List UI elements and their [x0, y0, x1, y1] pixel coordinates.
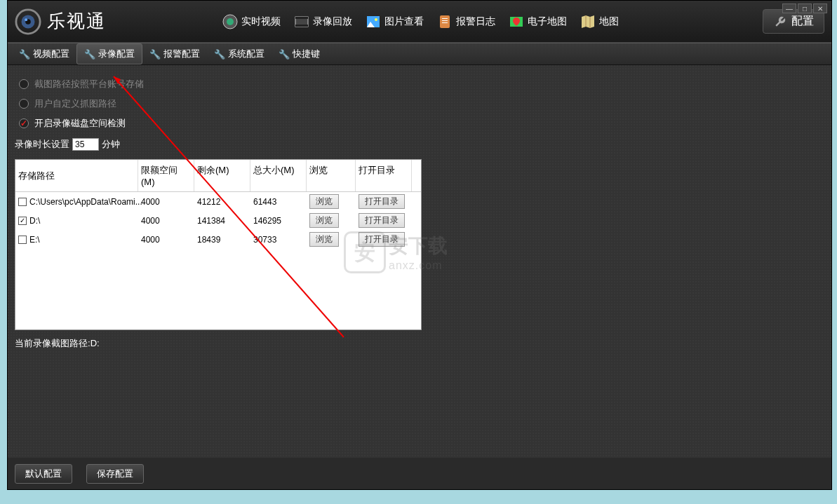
- cell-path: D:\: [29, 216, 40, 226]
- nav-map[interactable]: 地图: [574, 11, 624, 33]
- subnav-hotkeys[interactable]: 🔧快捷键: [272, 44, 327, 64]
- config-label: 配置: [791, 14, 814, 29]
- nav-realtime-video[interactable]: 实时视频: [216, 11, 286, 33]
- tool-icon: 🔧: [279, 49, 290, 60]
- th-path: 存储路径: [15, 160, 138, 191]
- svg-rect-12: [440, 15, 450, 28]
- film-icon: [293, 13, 310, 30]
- open-folder-button[interactable]: 打开目录: [359, 213, 405, 228]
- nav-label: 地图: [599, 15, 619, 28]
- tool-icon: 🔧: [149, 49, 161, 60]
- checkbox-disk-check[interactable]: [19, 118, 29, 128]
- titlebar: 乐视通 实时视频 录像回放 图片查看 报警日志 电子地图: [8, 1, 831, 43]
- duration-row: 录像时长设置 分钟: [15, 138, 824, 151]
- th-browse: 浏览: [307, 160, 356, 191]
- checkbox-screenshot-account[interactable]: [19, 79, 29, 89]
- row-checkbox[interactable]: [18, 198, 27, 206]
- table-header: 存储路径 限额空间(M) 剩余(M) 总大小(M) 浏览 打开目录: [15, 160, 421, 192]
- content-panel: 截图路径按照平台账号存储 用户自定义抓图路径 开启录像磁盘空间检测 录像时长设置…: [8, 65, 831, 458]
- nav-label: 实时视频: [241, 15, 281, 28]
- storage-table: 存储路径 限额空间(M) 剩余(M) 总大小(M) 浏览 打开目录 C:\Use…: [15, 159, 422, 330]
- th-open: 打开目录: [356, 160, 412, 191]
- camera-logo-icon: [15, 8, 41, 35]
- cell-total: 146295: [250, 214, 307, 228]
- svg-rect-8: [295, 25, 308, 27]
- app-window: — □ ✕ 乐视通 实时视频 录像回放 图片查看: [7, 0, 832, 490]
- map-pin-icon: [508, 13, 525, 30]
- cell-limit: 4000: [138, 214, 194, 228]
- current-path-label: 当前录像截图路径:: [15, 338, 91, 348]
- nav-alarm-log[interactable]: 报警日志: [431, 11, 501, 33]
- row-checkbox[interactable]: [18, 236, 27, 244]
- cell-remain: 18439: [194, 233, 250, 247]
- nav-emap[interactable]: 电子地图: [502, 11, 572, 33]
- main-nav: 实时视频 录像回放 图片查看 报警日志 电子地图 地图: [216, 11, 624, 33]
- cell-limit: 4000: [138, 233, 194, 247]
- close-button[interactable]: ✕: [813, 4, 827, 13]
- cell-remain: 141384: [194, 214, 250, 228]
- nav-label: 电子地图: [528, 15, 567, 28]
- current-path-value: D:: [91, 338, 100, 348]
- check-label: 开启录像磁盘空间检测: [34, 117, 126, 130]
- nav-playback[interactable]: 录像回放: [288, 11, 358, 33]
- save-config-button[interactable]: 保存配置: [86, 464, 144, 484]
- camera-icon: [222, 13, 239, 30]
- subnav-video-config[interactable]: 🔧视频配置: [12, 44, 76, 64]
- current-path: 当前录像截图路径:D:: [15, 337, 824, 350]
- duration-label-after: 分钟: [102, 138, 120, 151]
- table-body: C:\Users\pc\AppData\Roami...400041212614…: [15, 192, 421, 329]
- check-row-disk-check: 开启录像磁盘空间检测: [15, 117, 824, 130]
- svg-rect-15: [442, 22, 448, 23]
- subnav-label: 快捷键: [293, 48, 320, 60]
- th-remain: 剩余(M): [194, 160, 250, 191]
- minimize-button[interactable]: —: [782, 4, 796, 13]
- open-folder-button[interactable]: 打开目录: [359, 232, 405, 247]
- cell-total: 30733: [250, 233, 307, 247]
- browse-button[interactable]: 浏览: [309, 194, 339, 209]
- subnav-label: 视频配置: [33, 48, 69, 60]
- cell-total: 61443: [250, 195, 307, 209]
- th-limit: 限额空间(M): [138, 160, 194, 191]
- th-total: 总大小(M): [250, 160, 307, 191]
- subnav-label: 报警配置: [163, 48, 200, 60]
- maximize-button[interactable]: □: [798, 4, 812, 13]
- table-row: D:\4000141384146295浏览打开目录: [15, 211, 421, 230]
- svg-point-3: [25, 18, 27, 21]
- wrench-icon: [773, 15, 787, 29]
- subnav-system-config[interactable]: 🔧系统配置: [207, 44, 272, 64]
- svg-rect-7: [295, 17, 308, 19]
- window-controls: — □ ✕: [782, 4, 827, 13]
- check-label: 用户自定义抓图路径: [34, 97, 116, 110]
- nav-label: 图片查看: [384, 15, 424, 28]
- duration-input[interactable]: [72, 138, 99, 151]
- duration-label-before: 录像时长设置: [15, 138, 69, 151]
- subnav-label: 系统配置: [228, 48, 265, 60]
- open-folder-button[interactable]: 打开目录: [359, 194, 405, 209]
- tool-icon: 🔧: [84, 49, 95, 60]
- footer: 默认配置 保存配置: [15, 464, 144, 484]
- table-row: E:\40001843930733浏览打开目录: [15, 230, 421, 249]
- picture-icon: [365, 13, 382, 30]
- nav-label: 录像回放: [313, 15, 352, 28]
- nav-pictures[interactable]: 图片查看: [359, 11, 429, 33]
- tool-icon: 🔧: [19, 49, 30, 60]
- cell-remain: 41212: [194, 195, 250, 209]
- subnav-alarm-config[interactable]: 🔧报警配置: [142, 44, 207, 64]
- app-title: 乐视通: [47, 9, 106, 34]
- tool-icon: 🔧: [214, 49, 225, 60]
- table-row: C:\Users\pc\AppData\Roami...400041212614…: [15, 192, 421, 211]
- browse-button[interactable]: 浏览: [309, 232, 339, 247]
- clipboard-icon: [436, 13, 453, 30]
- cell-limit: 4000: [138, 195, 194, 209]
- svg-rect-14: [442, 20, 448, 21]
- row-checkbox[interactable]: [18, 217, 27, 225]
- checkbox-custom-path[interactable]: [19, 99, 29, 109]
- subnav-label: 录像配置: [98, 48, 135, 60]
- svg-rect-13: [442, 18, 448, 19]
- subnav-record-config[interactable]: 🔧录像配置: [76, 43, 142, 64]
- cell-path: E:\: [29, 235, 40, 245]
- check-row-custom-path: 用户自定义抓图路径: [15, 97, 824, 110]
- browse-button[interactable]: 浏览: [309, 213, 339, 228]
- default-config-button[interactable]: 默认配置: [15, 464, 72, 484]
- nav-label: 报警日志: [456, 15, 495, 28]
